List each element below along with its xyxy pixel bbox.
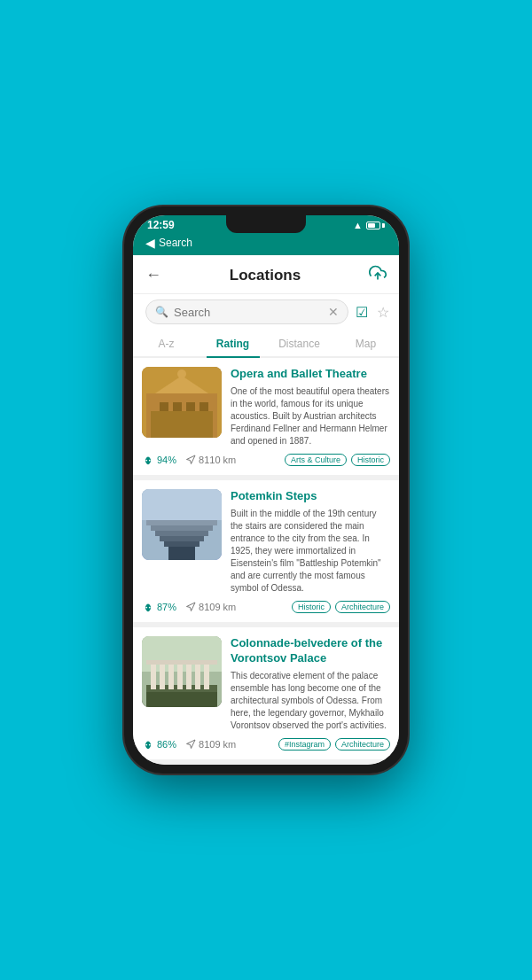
- location-image: [142, 367, 222, 438]
- svg-point-43: [149, 743, 151, 745]
- location-tags: Historic Architecture: [292, 601, 390, 613]
- status-icons: ▲: [353, 220, 385, 230]
- svg-rect-26: [168, 547, 195, 560]
- distance-badge: 8109 km: [185, 739, 236, 750]
- svg-rect-25: [164, 541, 200, 547]
- tab-map[interactable]: Map: [332, 331, 399, 356]
- location-text: Potemkin Steps Built in the middle of th…: [231, 489, 390, 595]
- svg-point-28: [149, 606, 151, 608]
- back-label: Search: [159, 237, 192, 249]
- clear-search-button[interactable]: ✕: [328, 305, 339, 319]
- search-input-wrap[interactable]: 🔍 ✕: [145, 299, 348, 324]
- tabs-bar: A-z Rating Distance Map: [133, 331, 399, 358]
- svg-rect-34: [151, 663, 156, 689]
- app-header: ← Locations: [133, 255, 399, 294]
- tag-instagram[interactable]: #Instagram: [278, 738, 331, 751]
- svg-rect-20: [142, 489, 222, 520]
- svg-rect-40: [204, 663, 209, 689]
- location-title: Opera and Ballet Theatre: [231, 367, 390, 382]
- header-back-button[interactable]: ←: [145, 266, 161, 284]
- svg-point-16: [145, 460, 147, 462]
- search-input[interactable]: [174, 306, 323, 319]
- svg-point-15: [177, 369, 186, 378]
- tab-distance[interactable]: Distance: [266, 331, 332, 356]
- location-text: Colonnade-belvedere of the Vorontsov Pal…: [231, 636, 390, 732]
- tab-rating[interactable]: Rating: [200, 331, 266, 356]
- filter-icons: ☑ ☆: [356, 303, 399, 321]
- star-filter-icon[interactable]: ☆: [377, 304, 389, 321]
- svg-rect-22: [151, 525, 213, 531]
- upload-icon[interactable]: [369, 264, 387, 286]
- location-title: Potemkin Steps: [231, 489, 390, 504]
- card-footer: 94% 8110 km Arts & Culture Historic: [142, 454, 390, 466]
- rating-badge: 87%: [142, 601, 176, 613]
- svg-rect-36: [168, 663, 174, 689]
- tag-historic[interactable]: Historic: [292, 601, 331, 613]
- svg-rect-38: [186, 663, 192, 689]
- svg-rect-23: [155, 531, 208, 536]
- location-tags: #Instagram Architecture: [278, 738, 390, 751]
- location-description: This decorative element of the palace en…: [231, 670, 390, 732]
- notch: [226, 215, 306, 233]
- back-arrow-icon: ◀: [145, 236, 155, 250]
- svg-rect-21: [146, 520, 217, 525]
- svg-rect-39: [195, 663, 200, 689]
- list-item: Potemkin Steps Built in the middle of th…: [133, 480, 399, 622]
- tag-historic[interactable]: Historic: [351, 454, 390, 466]
- checkmark-filter-icon[interactable]: ☑: [356, 304, 368, 321]
- phone-screen: 12:59 ▲ ◀ Search ← Locations: [133, 215, 399, 765]
- svg-marker-44: [187, 740, 196, 749]
- location-description: Built in the middle of the 19th century …: [231, 508, 390, 595]
- distance-badge: 8110 km: [185, 455, 236, 465]
- locations-list: Opera and Ballet Theatre One of the most…: [133, 358, 399, 765]
- status-time: 12:59: [147, 219, 175, 231]
- svg-rect-41: [146, 660, 217, 665]
- tab-az[interactable]: A-z: [133, 331, 200, 356]
- tag-arts-culture[interactable]: Arts & Culture: [285, 454, 347, 466]
- tag-architecture[interactable]: Architecture: [335, 738, 390, 751]
- location-title: Colonnade-belvedere of the Vorontsov Pal…: [231, 636, 390, 666]
- svg-rect-35: [160, 663, 165, 689]
- rating-badge: 86%: [142, 738, 176, 751]
- back-bar[interactable]: ◀ Search: [133, 233, 399, 255]
- rating-badge: 94%: [142, 454, 176, 466]
- distance-badge: 8109 km: [185, 602, 236, 612]
- svg-marker-29: [187, 603, 196, 611]
- location-description: One of the most beautiful opera theaters…: [231, 385, 390, 447]
- battery-icon: [366, 222, 385, 229]
- search-bar: 🔍 ✕ ☑ ☆: [133, 294, 399, 331]
- svg-point-42: [145, 743, 147, 745]
- svg-rect-14: [151, 411, 213, 438]
- sliders-filter-icon[interactable]: [398, 303, 399, 321]
- list-item: Opera and Ballet Theatre One of the most…: [133, 358, 399, 475]
- svg-rect-24: [160, 536, 204, 541]
- list-item: Colonnade-belvedere of the Vorontsov Pal…: [133, 627, 399, 759]
- svg-rect-37: [177, 663, 183, 689]
- svg-marker-18: [187, 455, 196, 464]
- phone-frame: 12:59 ▲ ◀ Search ← Locations: [124, 206, 408, 774]
- location-image: [142, 489, 222, 560]
- svg-point-17: [149, 460, 151, 462]
- card-footer: 87% 8109 km Historic Architecture: [142, 601, 390, 613]
- wifi-icon: ▲: [353, 220, 363, 230]
- page-title: Locations: [230, 267, 301, 284]
- location-image: [142, 636, 222, 707]
- card-footer: 86% 8109 km #Instagram Architecture: [142, 738, 390, 751]
- location-text: Opera and Ballet Theatre One of the most…: [231, 367, 390, 447]
- svg-point-27: [145, 606, 147, 608]
- location-tags: Arts & Culture Historic: [285, 454, 390, 466]
- tag-architecture[interactable]: Architecture: [335, 601, 390, 613]
- search-icon: 🔍: [155, 306, 168, 318]
